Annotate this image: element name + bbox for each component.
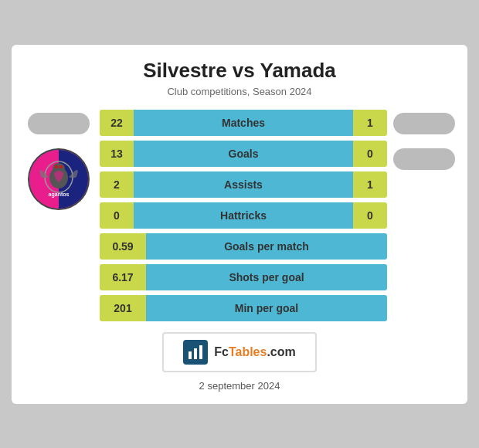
svg-point-5 <box>59 165 63 168</box>
goals-per-match-value: 0.59 <box>100 233 146 260</box>
hattricks-label: Hattricks <box>134 202 353 229</box>
stat-row-hattricks: 0 Hattricks 0 <box>100 202 387 229</box>
fctables-highlight: Tables <box>229 345 267 358</box>
hattricks-left-value: 0 <box>100 202 134 229</box>
right-logo-placeholder-top <box>393 113 455 134</box>
stat-row-goals-per-match: 0.59 Goals per match <box>100 233 387 260</box>
left-team-svg: agantos <box>29 150 88 209</box>
matches-left-value: 22 <box>100 110 134 136</box>
stat-row-matches: 22 Matches 1 <box>100 110 387 136</box>
right-team-logo-area <box>393 110 455 170</box>
goals-left-value: 13 <box>100 141 134 167</box>
stat-row-goals: 13 Goals 0 <box>100 141 387 167</box>
left-team-emblem: agantos <box>28 148 90 210</box>
svg-rect-7 <box>189 351 192 359</box>
matches-right-value: 1 <box>353 110 387 136</box>
assists-label: Assists <box>134 171 353 198</box>
min-per-goal-label: Min per goal <box>146 295 387 321</box>
stat-row-min-per-goal: 201 Min per goal <box>100 295 387 321</box>
right-logo-placeholder-bottom <box>393 148 455 170</box>
fctables-branding: FcTables.com <box>162 332 317 372</box>
goals-right-value: 0 <box>353 141 387 167</box>
subtitle: Club competitions, Season 2024 <box>24 86 455 97</box>
goals-per-match-label: Goals per match <box>146 233 387 260</box>
assists-right-value: 1 <box>353 171 387 198</box>
min-per-goal-value: 201 <box>100 295 146 321</box>
stat-row-shots-per-goal: 6.17 Shots per goal <box>100 264 387 290</box>
date: 2 september 2024 <box>24 380 455 392</box>
left-team-logo-area: agantos <box>24 110 93 210</box>
svg-text:agantos: agantos <box>49 192 70 198</box>
comparison-area: agantos 22 Matches 1 13 Goals 0 2 <box>24 110 455 321</box>
svg-rect-9 <box>199 345 202 359</box>
svg-rect-8 <box>194 348 197 359</box>
shots-per-goal-value: 6.17 <box>100 264 146 290</box>
assists-left-value: 2 <box>100 171 134 198</box>
fctables-icon <box>183 340 208 365</box>
svg-point-4 <box>55 165 58 168</box>
page-title: Silvestre vs Yamada <box>24 59 455 83</box>
left-logo-placeholder <box>28 113 90 134</box>
hattricks-right-value: 0 <box>353 202 387 229</box>
chart-icon <box>187 344 204 361</box>
matches-label: Matches <box>134 110 353 136</box>
shots-per-goal-label: Shots per goal <box>146 264 387 290</box>
left-team-inner: agantos <box>29 150 88 209</box>
goals-label: Goals <box>134 141 353 167</box>
card: Silvestre vs Yamada Club competitions, S… <box>12 45 467 404</box>
stat-row-assists: 2 Assists 1 <box>100 171 387 198</box>
stats-area: 22 Matches 1 13 Goals 0 2 Assists 1 0 Ha… <box>100 110 387 321</box>
fctables-text: FcTables.com <box>214 345 296 359</box>
